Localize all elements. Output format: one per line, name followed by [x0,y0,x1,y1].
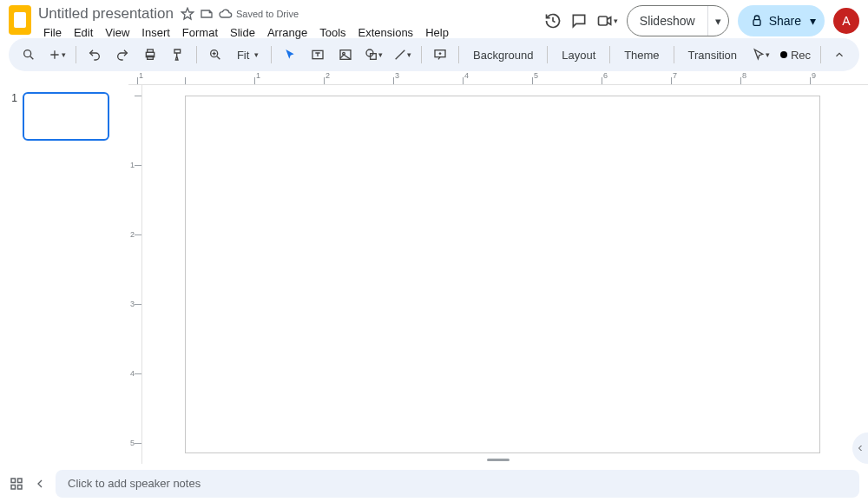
slideshow-button[interactable]: Slideshow ▾ [627,5,729,36]
speaker-notes-input[interactable]: Click to add speaker notes [56,470,859,498]
svg-rect-16 [18,485,23,489]
menu-help[interactable]: Help [420,24,454,41]
pointer-mode-button[interactable]: ▾ [749,43,773,66]
undo-button[interactable] [83,43,106,66]
svg-rect-14 [18,479,23,483]
layout-button[interactable]: Layout [555,43,602,66]
notes-resize-handle[interactable] [487,459,510,461]
horizontal-ruler: 1 1 2 3 4 5 6 7 8 9 [128,71,868,85]
save-status-text: Saved to Drive [236,9,299,19]
svg-rect-15 [11,485,16,489]
zoom-button[interactable] [204,43,227,66]
record-icon [780,51,787,58]
history-icon[interactable] [544,12,562,30]
svg-point-2 [24,50,31,57]
toolbar: ▾ Fit ▾ ▾ ▾ Background Layout Theme Tran… [9,38,859,71]
collapse-toolbar-button[interactable] [828,43,851,66]
redo-button[interactable] [111,43,134,66]
line-tool[interactable]: ▾ [391,43,414,66]
svg-rect-1 [753,20,760,26]
meet-icon[interactable]: ▾ [596,12,618,30]
account-avatar[interactable]: A [833,8,859,34]
textbox-tool[interactable] [306,43,329,66]
background-button[interactable]: Background [466,43,540,66]
select-tool[interactable] [279,43,301,66]
slides-app-icon[interactable] [9,5,31,35]
image-tool[interactable] [334,43,357,66]
menu-edit[interactable]: Edit [69,24,98,41]
menu-slide[interactable]: Slide [225,24,260,41]
comment-tool[interactable] [429,43,451,66]
zoom-label: Fit [237,49,249,62]
svg-rect-4 [148,50,154,52]
vertical-ruler: 1 2 3 4 5 [128,85,142,464]
share-label: Share [769,14,801,28]
rec-button[interactable]: Rec [778,43,813,66]
transition-button[interactable]: Transition [681,43,744,66]
comment-icon[interactable] [570,12,588,30]
search-icon[interactable] [17,43,40,66]
menu-tools[interactable]: Tools [314,24,351,41]
canvas-area[interactable]: 1 2 3 4 5 [128,85,868,464]
menu-view[interactable]: View [100,24,135,41]
slide-preview[interactable] [23,92,109,141]
share-button[interactable]: Share ▾ [738,5,825,36]
move-icon[interactable] [200,7,214,21]
menu-extensions[interactable]: Extensions [353,24,419,41]
grid-view-icon[interactable] [9,476,24,492]
menu-arrange[interactable]: Arrange [262,24,312,41]
slide-thumbnail-panel[interactable]: 1 [0,85,128,464]
star-icon[interactable] [181,7,194,21]
paint-format-button[interactable] [167,43,189,66]
menu-file[interactable]: File [38,24,67,41]
svg-rect-5 [148,56,154,59]
slide-canvas[interactable] [185,96,820,453]
svg-rect-13 [11,479,16,483]
svg-rect-0 [598,17,607,25]
shape-tool[interactable]: ▾ [362,43,385,66]
slide-number: 1 [9,92,17,104]
print-button[interactable] [139,43,161,66]
menu-insert[interactable]: Insert [136,24,175,41]
collapse-filmstrip-icon[interactable] [33,477,47,491]
share-dropdown[interactable]: ▾ [810,14,816,28]
new-slide-button[interactable]: ▾ [45,43,69,66]
zoom-dropdown[interactable]: Fit ▾ [232,49,264,62]
lock-icon [750,14,764,28]
menu-bar: File Edit View Insert Format Slide Arran… [38,24,454,41]
cloud-status[interactable]: Saved to Drive [219,7,299,21]
slideshow-label[interactable]: Slideshow [628,6,708,36]
slide-thumbnail[interactable]: 1 [9,92,120,141]
menu-format[interactable]: Format [177,24,223,41]
document-title[interactable]: Untitled presentation [38,5,174,23]
slideshow-dropdown[interactable]: ▾ [708,15,728,28]
theme-button[interactable]: Theme [617,43,666,66]
speaker-notes-placeholder: Click to add speaker notes [68,477,201,490]
